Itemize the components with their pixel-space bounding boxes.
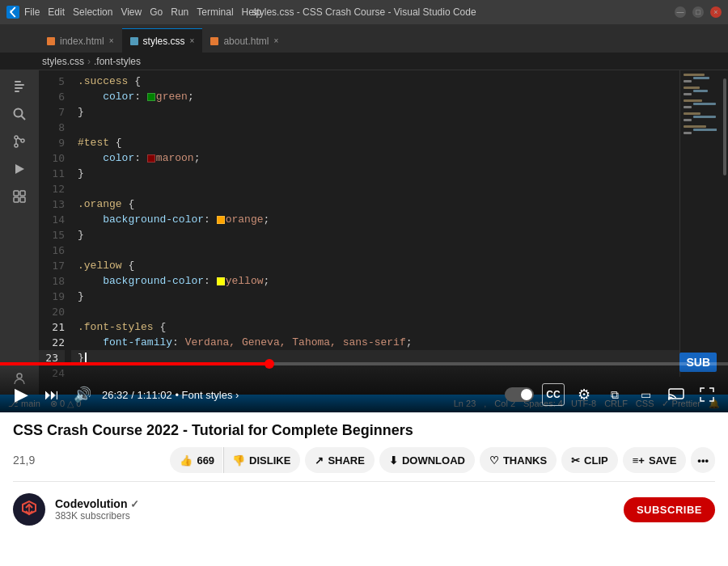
miniplayer-button[interactable]: ⧉ bbox=[603, 383, 626, 406]
maroon-swatch bbox=[147, 154, 155, 163]
video-player[interactable]: File Edit Selection View Go Run Terminal… bbox=[0, 0, 728, 412]
code-content[interactable]: .success { color: green; } #test { color… bbox=[71, 70, 717, 395]
yellow-swatch bbox=[217, 277, 225, 285]
svg-rect-1 bbox=[15, 84, 24, 86]
breadcrumb-file[interactable]: styles.css bbox=[42, 56, 84, 67]
code-line-14: background-color: orange; bbox=[71, 212, 717, 227]
breadcrumb-section[interactable]: .font-styles bbox=[94, 56, 141, 67]
controls-row: ▶ ⏭ 🔊 26:32 / 1:11:02 • Font styles › CC… bbox=[0, 383, 728, 412]
menu-file[interactable]: File bbox=[24, 6, 40, 18]
verified-icon: ✓ bbox=[130, 498, 139, 510]
view-count: 21,9 bbox=[13, 454, 35, 467]
vscode-icon bbox=[6, 6, 19, 19]
tab-close-2-icon[interactable]: × bbox=[273, 36, 278, 45]
svg-rect-0 bbox=[15, 81, 21, 82]
menu-edit[interactable]: Edit bbox=[48, 6, 65, 18]
editor-content[interactable]: 5 6 7 8 9 10 11 12 13 14 15 16 17 18 19 … bbox=[0, 70, 728, 395]
vertical-scrollbar[interactable] bbox=[717, 70, 728, 395]
play-button[interactable]: ▶ bbox=[10, 383, 32, 406]
svg-point-7 bbox=[15, 144, 18, 147]
channel-name[interactable]: Codevolution ✓ bbox=[55, 497, 624, 510]
channel-avatar[interactable] bbox=[13, 493, 45, 526]
scrollbar-thumb[interactable] bbox=[723, 78, 726, 175]
tab-close-active-icon[interactable]: × bbox=[190, 36, 195, 45]
save-label: SAVE bbox=[649, 454, 676, 467]
orange-swatch bbox=[217, 216, 225, 224]
theater-button[interactable]: ▭ bbox=[634, 383, 657, 406]
tab-label: about.html bbox=[223, 36, 269, 47]
like-count: 669 bbox=[197, 454, 214, 467]
search-icon[interactable] bbox=[10, 104, 29, 124]
source-control-icon[interactable] bbox=[10, 132, 29, 151]
svg-point-4 bbox=[15, 109, 23, 117]
svg-rect-3 bbox=[15, 91, 19, 92]
svg-point-18 bbox=[668, 398, 670, 399]
thanks-button[interactable]: ♡ THANKS bbox=[480, 447, 557, 473]
autoplay-toggle[interactable] bbox=[505, 387, 534, 402]
download-label: DOWNLOAD bbox=[402, 454, 465, 467]
menu-selection[interactable]: Selection bbox=[73, 6, 112, 18]
volume-button[interactable]: 🔊 bbox=[71, 383, 94, 406]
svg-point-6 bbox=[15, 136, 18, 139]
window-controls[interactable]: — □ × bbox=[675, 6, 722, 18]
share-label: SHARE bbox=[328, 454, 365, 467]
below-video: CSS Crash Course 2022 - Tutorial for Com… bbox=[0, 412, 728, 526]
svg-rect-2 bbox=[15, 87, 23, 89]
channel-info: Codevolution ✓ 383K subscribers bbox=[55, 497, 624, 522]
settings-button[interactable]: ⚙ bbox=[573, 383, 595, 406]
more-button[interactable]: ••• bbox=[691, 447, 715, 473]
tab-index-html[interactable]: index.html × bbox=[39, 28, 122, 53]
toggle-knob bbox=[521, 389, 532, 400]
svg-line-10 bbox=[18, 138, 21, 141]
maximize-btn[interactable]: □ bbox=[692, 6, 704, 18]
code-line-18: background-color: yellow; bbox=[71, 273, 717, 289]
breadcrumb: styles.css › .font-styles bbox=[0, 53, 728, 70]
code-line-7: } bbox=[71, 104, 717, 120]
code-line-22: font-family: Verdana, Geneva, Tahoma, sa… bbox=[71, 335, 717, 350]
tab-label: styles.css bbox=[143, 36, 185, 47]
tab-close-icon[interactable]: × bbox=[109, 36, 114, 45]
svg-rect-14 bbox=[14, 197, 19, 202]
chapter-name: Font styles bbox=[182, 389, 233, 401]
next-button[interactable]: ⏭ bbox=[40, 383, 63, 406]
extensions-icon[interactable] bbox=[10, 187, 29, 206]
subscribe-button[interactable]: SUBSCRIBE bbox=[624, 497, 715, 522]
menu-bar[interactable]: File Edit Selection View Go Run Terminal… bbox=[24, 6, 261, 18]
tab-about-html[interactable]: about.html × bbox=[202, 28, 286, 53]
menu-run[interactable]: Run bbox=[171, 6, 188, 18]
thanks-label: THANKS bbox=[503, 454, 547, 467]
like-button[interactable]: 👍 669 bbox=[170, 447, 222, 473]
debug-icon[interactable] bbox=[10, 159, 29, 179]
code-line-20 bbox=[71, 304, 717, 319]
window-title: styles.css - CSS Crash Course - Visual S… bbox=[252, 6, 476, 18]
fullscreen-button[interactable] bbox=[696, 383, 718, 406]
close-btn[interactable]: × bbox=[710, 6, 722, 18]
download-button[interactable]: ⬇ DOWNLOAD bbox=[379, 447, 475, 473]
clip-button[interactable]: ✂ CLIP bbox=[561, 447, 618, 473]
activity-bar bbox=[0, 70, 39, 395]
code-line-11: } bbox=[71, 166, 717, 181]
dislike-button[interactable]: 👎 DISLIKE bbox=[223, 447, 300, 473]
svg-marker-11 bbox=[15, 164, 24, 174]
menu-go[interactable]: Go bbox=[150, 6, 163, 18]
svg-rect-15 bbox=[20, 197, 25, 202]
explorer-icon[interactable] bbox=[10, 77, 29, 96]
cast-button[interactable] bbox=[665, 383, 688, 406]
code-editor[interactable]: 5 6 7 8 9 10 11 12 13 14 15 16 17 18 19 … bbox=[39, 70, 728, 395]
thanks-icon: ♡ bbox=[489, 454, 499, 467]
more-icon: ••• bbox=[697, 454, 709, 467]
save-button[interactable]: ≡+ SAVE bbox=[623, 447, 687, 473]
code-line-5: .success { bbox=[71, 74, 717, 89]
title-bar: File Edit Selection View Go Run Terminal… bbox=[0, 0, 728, 24]
editor-area: File Edit Selection View Go Run Terminal… bbox=[0, 0, 728, 412]
menu-view[interactable]: View bbox=[121, 6, 142, 18]
share-button[interactable]: ↗ SHARE bbox=[305, 447, 375, 473]
dislike-icon: 👎 bbox=[232, 454, 245, 467]
tab-styles-css[interactable]: styles.css × bbox=[122, 28, 203, 53]
subtitles-button[interactable]: CC bbox=[542, 383, 565, 406]
clip-icon: ✂ bbox=[571, 454, 580, 467]
code-line-19: } bbox=[71, 289, 717, 304]
code-line-12 bbox=[71, 181, 717, 196]
menu-terminal[interactable]: Terminal bbox=[197, 6, 233, 18]
minimize-btn[interactable]: — bbox=[675, 6, 686, 18]
